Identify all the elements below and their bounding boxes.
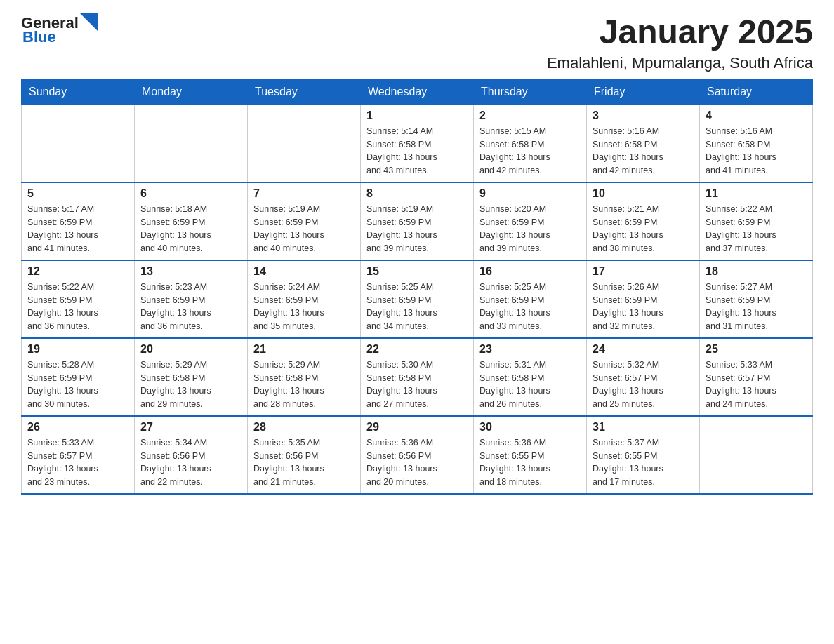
calendar-cell: 27Sunrise: 5:34 AMSunset: 6:56 PMDayligh… (135, 416, 248, 494)
calendar-cell: 9Sunrise: 5:20 AMSunset: 6:59 PMDaylight… (474, 182, 587, 260)
calendar-week-4: 19Sunrise: 5:28 AMSunset: 6:59 PMDayligh… (22, 338, 813, 416)
calendar-cell: 23Sunrise: 5:31 AMSunset: 6:58 PMDayligh… (474, 338, 587, 416)
day-number: 8 (366, 187, 468, 200)
day-number: 12 (27, 265, 128, 278)
day-number: 30 (479, 421, 581, 434)
day-info: Sunrise: 5:31 AMSunset: 6:58 PMDaylight:… (479, 358, 581, 411)
weekday-header-monday: Monday (135, 79, 248, 105)
day-info: Sunrise: 5:19 AMSunset: 6:59 PMDaylight:… (253, 203, 355, 255)
calendar-cell (22, 105, 135, 182)
calendar-cell: 28Sunrise: 5:35 AMSunset: 6:56 PMDayligh… (248, 416, 361, 494)
day-number: 27 (140, 421, 241, 434)
calendar-cell: 15Sunrise: 5:25 AMSunset: 6:59 PMDayligh… (361, 260, 474, 338)
logo: General Blue (21, 14, 98, 46)
calendar-cell: 2Sunrise: 5:15 AMSunset: 6:58 PMDaylight… (474, 105, 587, 182)
calendar-cell (135, 105, 248, 182)
calendar-cell: 7Sunrise: 5:19 AMSunset: 6:59 PMDaylight… (248, 182, 361, 260)
calendar-cell: 26Sunrise: 5:33 AMSunset: 6:57 PMDayligh… (22, 416, 135, 494)
day-info: Sunrise: 5:32 AMSunset: 6:57 PMDaylight:… (593, 358, 694, 411)
day-info: Sunrise: 5:29 AMSunset: 6:58 PMDaylight:… (140, 358, 241, 411)
weekday-header-tuesday: Tuesday (248, 79, 361, 105)
calendar-cell: 6Sunrise: 5:18 AMSunset: 6:59 PMDaylight… (135, 182, 248, 260)
calendar-cell: 30Sunrise: 5:36 AMSunset: 6:55 PMDayligh… (474, 416, 587, 494)
day-number: 15 (366, 265, 468, 278)
day-info: Sunrise: 5:34 AMSunset: 6:56 PMDaylight:… (140, 436, 241, 489)
day-info: Sunrise: 5:25 AMSunset: 6:59 PMDaylight:… (366, 281, 468, 333)
day-info: Sunrise: 5:36 AMSunset: 6:55 PMDaylight:… (479, 436, 581, 489)
day-info: Sunrise: 5:19 AMSunset: 6:59 PMDaylight:… (366, 203, 468, 255)
day-info: Sunrise: 5:21 AMSunset: 6:59 PMDaylight:… (593, 203, 694, 255)
day-info: Sunrise: 5:20 AMSunset: 6:59 PMDaylight:… (479, 203, 581, 255)
calendar-cell (248, 105, 361, 182)
day-info: Sunrise: 5:29 AMSunset: 6:58 PMDaylight:… (253, 358, 355, 411)
day-info: Sunrise: 5:16 AMSunset: 6:58 PMDaylight:… (593, 125, 694, 177)
logo-icon (80, 13, 98, 32)
day-number: 19 (27, 343, 128, 356)
day-number: 2 (479, 109, 581, 122)
day-number: 17 (593, 265, 694, 278)
calendar-cell: 13Sunrise: 5:23 AMSunset: 6:59 PMDayligh… (135, 260, 248, 338)
day-number: 24 (593, 343, 694, 356)
calendar-table: SundayMondayTuesdayWednesdayThursdayFrid… (21, 79, 813, 495)
day-info: Sunrise: 5:35 AMSunset: 6:56 PMDaylight:… (253, 436, 355, 489)
weekday-header-wednesday: Wednesday (361, 79, 474, 105)
day-number: 11 (706, 187, 807, 200)
day-number: 6 (140, 187, 241, 200)
calendar-cell: 19Sunrise: 5:28 AMSunset: 6:59 PMDayligh… (22, 338, 135, 416)
day-number: 13 (140, 265, 241, 278)
day-info: Sunrise: 5:14 AMSunset: 6:58 PMDaylight:… (366, 125, 468, 177)
day-info: Sunrise: 5:36 AMSunset: 6:56 PMDaylight:… (366, 436, 468, 489)
calendar-cell (700, 416, 813, 494)
day-number: 5 (27, 187, 128, 200)
weekday-header-thursday: Thursday (474, 79, 587, 105)
calendar-cell: 3Sunrise: 5:16 AMSunset: 6:58 PMDaylight… (587, 105, 700, 182)
day-number: 14 (253, 265, 355, 278)
calendar-cell: 1Sunrise: 5:14 AMSunset: 6:58 PMDaylight… (361, 105, 474, 182)
calendar-cell: 17Sunrise: 5:26 AMSunset: 6:59 PMDayligh… (587, 260, 700, 338)
day-number: 3 (593, 109, 694, 122)
day-info: Sunrise: 5:18 AMSunset: 6:59 PMDaylight:… (140, 203, 241, 255)
day-number: 28 (253, 421, 355, 434)
day-number: 18 (706, 265, 807, 278)
calendar-cell: 20Sunrise: 5:29 AMSunset: 6:58 PMDayligh… (135, 338, 248, 416)
day-number: 10 (593, 187, 694, 200)
weekday-header-sunday: Sunday (22, 79, 135, 105)
day-info: Sunrise: 5:15 AMSunset: 6:58 PMDaylight:… (479, 125, 581, 177)
calendar-week-2: 5Sunrise: 5:17 AMSunset: 6:59 PMDaylight… (22, 182, 813, 260)
day-number: 7 (253, 187, 355, 200)
svg-marker-0 (80, 13, 98, 32)
day-number: 26 (27, 421, 128, 434)
day-number: 29 (366, 421, 468, 434)
calendar-cell: 22Sunrise: 5:30 AMSunset: 6:58 PMDayligh… (361, 338, 474, 416)
day-info: Sunrise: 5:30 AMSunset: 6:58 PMDaylight:… (366, 358, 468, 411)
calendar-week-5: 26Sunrise: 5:33 AMSunset: 6:57 PMDayligh… (22, 416, 813, 494)
location-title: Emalahleni, Mpumalanga, South Africa (547, 54, 813, 72)
calendar-cell: 11Sunrise: 5:22 AMSunset: 6:59 PMDayligh… (700, 182, 813, 260)
month-title: January 2025 (547, 14, 813, 51)
day-number: 4 (706, 109, 807, 122)
calendar-cell: 18Sunrise: 5:27 AMSunset: 6:59 PMDayligh… (700, 260, 813, 338)
calendar-cell: 4Sunrise: 5:16 AMSunset: 6:58 PMDaylight… (700, 105, 813, 182)
calendar-cell: 8Sunrise: 5:19 AMSunset: 6:59 PMDaylight… (361, 182, 474, 260)
calendar-cell: 5Sunrise: 5:17 AMSunset: 6:59 PMDaylight… (22, 182, 135, 260)
day-info: Sunrise: 5:27 AMSunset: 6:59 PMDaylight:… (706, 281, 807, 333)
calendar-cell: 31Sunrise: 5:37 AMSunset: 6:55 PMDayligh… (587, 416, 700, 494)
day-info: Sunrise: 5:22 AMSunset: 6:59 PMDaylight:… (27, 281, 128, 333)
calendar-cell: 10Sunrise: 5:21 AMSunset: 6:59 PMDayligh… (587, 182, 700, 260)
logo-text-blue: Blue (22, 28, 56, 46)
calendar-week-1: 1Sunrise: 5:14 AMSunset: 6:58 PMDaylight… (22, 105, 813, 182)
day-number: 20 (140, 343, 241, 356)
day-number: 22 (366, 343, 468, 356)
day-info: Sunrise: 5:25 AMSunset: 6:59 PMDaylight:… (479, 281, 581, 333)
calendar-cell: 21Sunrise: 5:29 AMSunset: 6:58 PMDayligh… (248, 338, 361, 416)
page-header: General Blue January 2025 Emalahleni, Mp… (21, 14, 813, 72)
day-info: Sunrise: 5:22 AMSunset: 6:59 PMDaylight:… (706, 203, 807, 255)
day-info: Sunrise: 5:28 AMSunset: 6:59 PMDaylight:… (27, 358, 128, 411)
day-number: 23 (479, 343, 581, 356)
calendar-week-3: 12Sunrise: 5:22 AMSunset: 6:59 PMDayligh… (22, 260, 813, 338)
day-number: 9 (479, 187, 581, 200)
day-info: Sunrise: 5:17 AMSunset: 6:59 PMDaylight:… (27, 203, 128, 255)
calendar-cell: 25Sunrise: 5:33 AMSunset: 6:57 PMDayligh… (700, 338, 813, 416)
calendar-cell: 16Sunrise: 5:25 AMSunset: 6:59 PMDayligh… (474, 260, 587, 338)
title-block: January 2025 Emalahleni, Mpumalanga, Sou… (547, 14, 813, 72)
